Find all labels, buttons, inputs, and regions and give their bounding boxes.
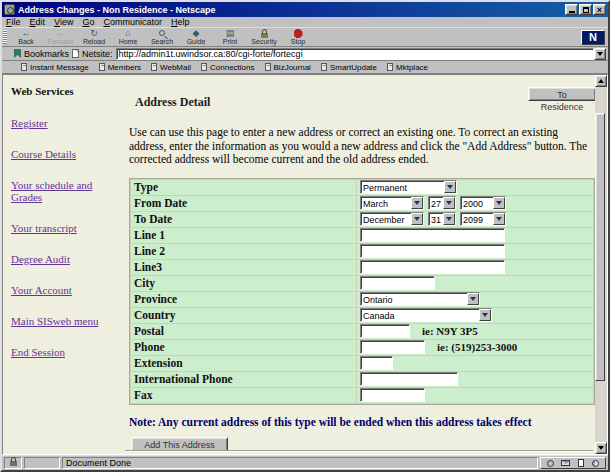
sidebar-link-schedule-grades[interactable]: Your schedule and Grades (11, 179, 107, 203)
type-select[interactable]: Permanent (360, 180, 457, 194)
stop-icon (294, 29, 303, 38)
from-month-select[interactable]: March (360, 196, 424, 210)
scroll-down-button[interactable] (595, 442, 607, 454)
url-input[interactable] (116, 48, 594, 60)
from-day-select[interactable]: 27 (428, 196, 456, 210)
minimize-button[interactable] (565, 4, 578, 15)
quicklink-webmail[interactable]: WebMail (151, 63, 191, 72)
table-row: Fax (131, 388, 593, 403)
scrollbar-track[interactable] (595, 87, 607, 442)
city-input[interactable] (360, 276, 435, 290)
chevron-down-icon (411, 197, 423, 209)
close-icon: × (597, 6, 602, 14)
reload-icon: ↻ (90, 29, 98, 38)
quicklink-smartupdate[interactable]: SmartUpdate (321, 63, 377, 72)
extension-input[interactable] (360, 356, 393, 370)
page-title: Address Detail (135, 95, 595, 110)
component-bar (540, 457, 606, 469)
to-year-select[interactable]: 2099 (460, 212, 506, 226)
line3-input[interactable] (360, 260, 505, 274)
menu-bar: File Edit View Go Communicator Help (2, 17, 608, 28)
status-text-panel: Document Done (62, 457, 538, 469)
sidebar-link-main-sisweb-menu[interactable]: Main SISweb menu (11, 315, 107, 327)
sidebar-link-transcript[interactable]: Your transcript (11, 222, 107, 234)
table-row: City (131, 276, 593, 291)
discussions-icon[interactable] (591, 459, 600, 468)
netscape-logo[interactable]: N (581, 30, 605, 45)
table-row: Line 1 (131, 228, 593, 243)
bookmark-page-icon (321, 63, 327, 71)
home-button[interactable]: ⌂ Home (111, 29, 145, 45)
print-button[interactable]: ▤ Print (213, 29, 247, 45)
postal-input[interactable] (360, 324, 410, 338)
international-phone-input[interactable] (360, 372, 458, 386)
guide-button[interactable]: ◆ Guide (179, 29, 213, 45)
reload-button[interactable]: ↻ Reload (77, 29, 111, 45)
netsite-label: Netsite: (82, 49, 113, 59)
back-button[interactable]: ← Back (9, 29, 43, 45)
url-history-dropdown[interactable] (594, 48, 606, 60)
mailbox-icon[interactable] (561, 459, 570, 468)
fax-input[interactable] (360, 388, 425, 402)
close-button[interactable]: × (593, 4, 606, 15)
progress-panel (24, 457, 60, 469)
table-row: Postal ie: N9Y 3P5 (131, 324, 593, 339)
navigator-icon[interactable] (546, 459, 555, 468)
postal-label: Postal (131, 324, 356, 339)
line2-label: Line 2 (131, 244, 356, 259)
table-row: Phone ie: (519)253-3000 (131, 340, 593, 355)
phone-input[interactable] (360, 340, 425, 354)
menu-edit[interactable]: Edit (30, 17, 46, 27)
sidebar-link-course-details[interactable]: Course Details (11, 148, 107, 160)
quicklink-members[interactable]: Members (99, 63, 141, 72)
restore-button[interactable] (579, 4, 592, 15)
location-bar: Bookmarks Netsite: (2, 47, 608, 61)
security-button[interactable]: Security (247, 29, 281, 45)
search-icon (159, 30, 165, 36)
home-icon: ⌂ (125, 29, 130, 38)
bookmark-page-icon (21, 63, 27, 71)
stop-button[interactable]: Stop (281, 29, 315, 45)
menu-file[interactable]: File (6, 17, 21, 27)
quicklink-instant-message[interactable]: Instant Message (21, 63, 89, 72)
page-proxy-icon[interactable] (72, 49, 79, 58)
page-content: Web Services Register Course Details You… (3, 75, 595, 454)
scrollbar-thumb[interactable] (595, 113, 605, 381)
fax-label: Fax (131, 388, 356, 403)
restore-icon (583, 7, 589, 13)
chevron-down-icon (479, 309, 491, 321)
to-residence-button[interactable]: To Residence (528, 87, 595, 101)
to-month-select[interactable]: December (360, 212, 424, 226)
menu-communicator[interactable]: Communicator (103, 17, 162, 27)
menu-go[interactable]: Go (82, 17, 94, 27)
forward-button[interactable]: → Forward (43, 29, 77, 45)
menu-view[interactable]: View (54, 17, 73, 27)
sidebar-link-register[interactable]: Register (11, 117, 107, 129)
composer-icon[interactable] (576, 459, 585, 468)
table-row: Extension (131, 356, 593, 371)
quicklink-connections[interactable]: Connections (201, 63, 254, 72)
line3-label: Line3 (131, 260, 356, 275)
menu-help[interactable]: Help (171, 17, 190, 27)
quicklink-bizjournal[interactable]: BizJournal (265, 63, 311, 72)
sidebar-link-degree-audit[interactable]: Degree Audit (11, 253, 107, 265)
line2-input[interactable] (360, 244, 505, 258)
chevron-down-icon (598, 446, 604, 450)
sidebar-link-your-account[interactable]: Your Account (11, 284, 107, 296)
search-button[interactable]: Search (145, 29, 179, 45)
from-year-select[interactable]: 2000 (460, 196, 506, 210)
quicklink-mktplace[interactable]: Mktplace (387, 63, 428, 72)
chevron-down-icon (467, 293, 479, 305)
line1-input[interactable] (360, 228, 505, 242)
country-select[interactable]: Canada (360, 308, 492, 322)
to-day-select[interactable]: 31 (428, 212, 456, 226)
province-select[interactable]: Ontario (360, 292, 480, 306)
bookmarks-button[interactable]: Bookmarks (24, 49, 69, 59)
scroll-up-button[interactable] (595, 75, 607, 87)
security-status-panel[interactable] (4, 457, 22, 469)
toolbar-grip[interactable] (3, 30, 7, 44)
sidebar-link-end-session[interactable]: End Session (11, 346, 107, 358)
bookmarks-icon (14, 49, 21, 58)
window-title: Address Changes - Non Residence - Netsca… (18, 5, 565, 15)
bookmark-page-icon (151, 63, 157, 71)
